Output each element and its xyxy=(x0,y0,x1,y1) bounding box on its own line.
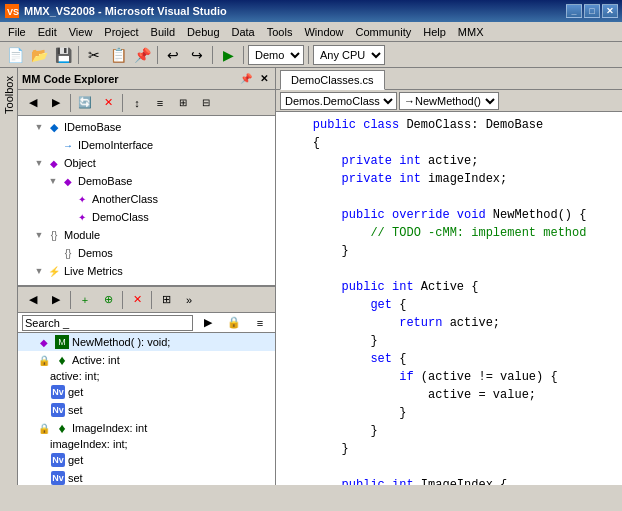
menu-tools[interactable]: Tools xyxy=(261,24,299,40)
members-add-button[interactable]: + xyxy=(74,289,96,311)
tree-item-demos[interactable]: {} Demos xyxy=(18,244,275,262)
open-button[interactable]: 📂 xyxy=(28,44,50,66)
imageindex-set-label: set xyxy=(68,472,83,484)
explorer-refresh-button[interactable]: 🔄 xyxy=(74,92,96,114)
redo-button[interactable]: ↪ xyxy=(186,44,208,66)
debug-run-button[interactable]: ▶ xyxy=(217,44,239,66)
tree-item-idemoint[interactable]: → IDemoInterface xyxy=(18,136,275,154)
member-active-get[interactable]: Nv get xyxy=(18,383,275,401)
tree-item-livemetrics[interactable]: ▼ ⚡ Live Metrics xyxy=(18,262,275,280)
members-forward-button[interactable]: ▶ xyxy=(45,289,67,311)
members-addmethod-button[interactable]: ⊕ xyxy=(97,289,119,311)
search-go-button[interactable]: ▶ xyxy=(197,312,219,334)
breadcrumb-member-select[interactable]: →NewMethod() xyxy=(399,92,499,110)
member-imageindex-get[interactable]: Nv get xyxy=(18,451,275,469)
minimize-button[interactable]: _ xyxy=(566,4,582,18)
demobase-label: DemoBase xyxy=(78,175,132,187)
tree-item-object[interactable]: ▼ ◆ Object xyxy=(18,154,275,172)
editor-tab-democlass[interactable]: DemoClasses.cs xyxy=(280,70,385,90)
title-buttons[interactable]: _ □ ✕ xyxy=(566,4,618,18)
idemobase-icon: ◆ xyxy=(46,119,62,135)
new-file-button[interactable]: 📄 xyxy=(4,44,26,66)
breadcrumb-bar: Demos.DemoClass →NewMethod() xyxy=(276,90,622,112)
menu-window[interactable]: Window xyxy=(298,24,349,40)
menu-debug[interactable]: Debug xyxy=(181,24,225,40)
member-active-set[interactable]: Nv set xyxy=(18,401,275,419)
maximize-button[interactable]: □ xyxy=(584,4,600,18)
tree-item-anotherclass[interactable]: ✦ AnotherClass xyxy=(18,190,275,208)
copy-button[interactable]: 📋 xyxy=(107,44,129,66)
menu-mmx[interactable]: MMX xyxy=(452,24,490,40)
explorer-expand-button[interactable]: ⊞ xyxy=(172,92,194,114)
member-newmethod[interactable]: ◆ M NewMethod( ): void; xyxy=(18,333,275,351)
menu-edit[interactable]: Edit xyxy=(32,24,63,40)
explorer-collapse-button[interactable]: ⊟ xyxy=(195,92,217,114)
search-lock-button[interactable]: 🔒 xyxy=(223,312,245,334)
members-delete-button[interactable]: ✕ xyxy=(126,289,148,311)
toolbar-separator-3 xyxy=(212,46,213,64)
member-active[interactable]: 🔒 ♦ Active: int xyxy=(18,351,275,369)
member-imageindex-set[interactable]: Nv set xyxy=(18,469,275,485)
save-button[interactable]: 💾 xyxy=(52,44,74,66)
imageindex-field-label: imageIndex: int; xyxy=(50,438,128,450)
tree-item-idemobase[interactable]: ▼ ◆ IDemoBase xyxy=(18,118,275,136)
code-area[interactable]: public class DemoClass: DemoBase { priva… xyxy=(276,112,622,485)
run-config-select[interactable]: Demo xyxy=(248,45,304,65)
explorer-forward-button[interactable]: ▶ xyxy=(45,92,67,114)
explorer-toolbar: ◀ ▶ 🔄 ✕ ↕ ≡ ⊞ ⊟ xyxy=(18,90,275,116)
cut-button[interactable]: ✂ xyxy=(83,44,105,66)
explorer-close-button[interactable]: ✕ xyxy=(257,72,271,85)
member-imageindex-field[interactable]: imageIndex: int; xyxy=(18,437,275,451)
tree-item-module[interactable]: ▼ {} Module xyxy=(18,226,275,244)
explorer-back-button[interactable]: ◀ xyxy=(22,92,44,114)
imageindex-type-icon: ♦ xyxy=(54,420,70,436)
imageindex-label: ImageIndex: int xyxy=(72,422,147,434)
toolbox-label[interactable]: Toolbox xyxy=(1,72,17,118)
toolbar-separator-4 xyxy=(243,46,244,64)
livemetrics-icon: ⚡ xyxy=(46,263,62,279)
member-active-field[interactable]: active: int; xyxy=(18,369,275,383)
editor-container: public class DemoClass: DemoBase { priva… xyxy=(276,112,622,485)
mb-sep2 xyxy=(122,291,123,309)
menu-view[interactable]: View xyxy=(63,24,99,40)
explorer-delete-button[interactable]: ✕ xyxy=(97,92,119,114)
demos-icon: {} xyxy=(60,245,76,261)
search-filter-button[interactable]: ≡ xyxy=(249,312,271,334)
members-back-button[interactable]: ◀ xyxy=(22,289,44,311)
expand-demobase[interactable]: ▼ xyxy=(46,176,60,186)
undo-button[interactable]: ↩ xyxy=(162,44,184,66)
expand-module[interactable]: ▼ xyxy=(32,230,46,240)
menu-help[interactable]: Help xyxy=(417,24,452,40)
expand-idemobase[interactable]: ▼ xyxy=(32,122,46,132)
tree-item-demobase[interactable]: ▼ ◆ DemoBase xyxy=(18,172,275,190)
member-imageindex[interactable]: 🔒 ♦ ImageIndex: int xyxy=(18,419,275,437)
explorer-controls[interactable]: 📌 ✕ xyxy=(237,72,271,85)
tree-panel: ▼ ◆ IDemoBase → IDemoInterface ▼ ◆ Objec… xyxy=(18,116,275,285)
menu-bar: File Edit View Project Build Debug Data … xyxy=(0,22,622,42)
members-more-button[interactable]: » xyxy=(178,289,200,311)
active-label: Active: int xyxy=(72,354,120,366)
explorer-pin-button[interactable]: 📌 xyxy=(237,72,255,85)
anotherclass-label: AnotherClass xyxy=(92,193,158,205)
paste-button[interactable]: 📌 xyxy=(131,44,153,66)
members-search-input[interactable] xyxy=(22,315,193,331)
idemoint-label: IDemoInterface xyxy=(78,139,153,151)
menu-data[interactable]: Data xyxy=(226,24,261,40)
menu-build[interactable]: Build xyxy=(145,24,181,40)
demobase-icon: ◆ xyxy=(60,173,76,189)
tree-item-democlass[interactable]: ✦ DemoClass xyxy=(18,208,275,226)
right-panel: DemoClasses.cs Demos.DemoClass →NewMetho… xyxy=(276,68,622,485)
explorer-filter-button[interactable]: ≡ xyxy=(149,92,171,114)
breadcrumb-class-select[interactable]: Demos.DemoClass xyxy=(280,92,397,110)
expand-object[interactable]: ▼ xyxy=(32,158,46,168)
menu-file[interactable]: File xyxy=(2,24,32,40)
menu-project[interactable]: Project xyxy=(98,24,144,40)
close-button[interactable]: ✕ xyxy=(602,4,618,18)
expand-livemetrics[interactable]: ▼ xyxy=(32,266,46,276)
exp-sep1 xyxy=(70,94,71,112)
members-grid-button[interactable]: ⊞ xyxy=(155,289,177,311)
exp-sep2 xyxy=(122,94,123,112)
explorer-sort-button[interactable]: ↕ xyxy=(126,92,148,114)
platform-select[interactable]: Any CPU xyxy=(313,45,385,65)
menu-community[interactable]: Community xyxy=(350,24,418,40)
